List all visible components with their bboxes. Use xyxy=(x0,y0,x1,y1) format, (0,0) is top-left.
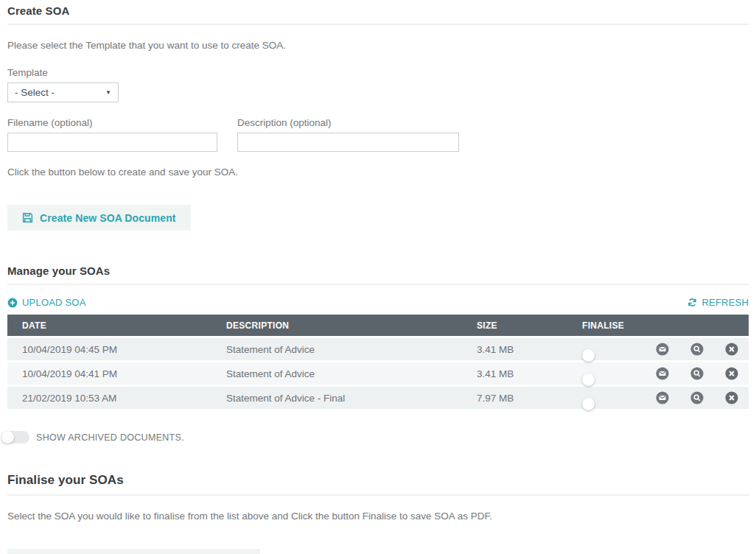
template-select[interactable]: - Select - ▼ xyxy=(7,83,119,102)
row-description: Statement of Advice xyxy=(226,368,477,379)
soa-table: DATE DESCRIPTION SIZE FINALISE 10/04/201… xyxy=(7,315,749,409)
filename-label: Filename (optional) xyxy=(7,117,217,128)
chevron-down-icon: ▼ xyxy=(105,89,111,96)
filename-field-group: Filename (optional) xyxy=(7,117,217,152)
template-select-value: - Select - xyxy=(15,87,55,98)
table-row: 10/04/2019 04:41 PM Statement of Advice … xyxy=(7,362,749,385)
create-soa-hint: Click the button below to create and sav… xyxy=(7,166,749,178)
description-label: Description (optional) xyxy=(237,117,459,128)
email-icon[interactable] xyxy=(645,343,679,356)
create-soa-intro: Please select the Template that you want… xyxy=(7,40,749,51)
preview-icon[interactable] xyxy=(679,367,714,380)
filename-input[interactable] xyxy=(7,133,217,152)
col-header-date: DATE xyxy=(7,320,226,331)
manage-soas-title: Manage your SOAs xyxy=(7,264,749,285)
show-archived-row: SHOW ARCHIVED DOCUMENTS. xyxy=(7,431,749,443)
description-field-group: Description (optional) xyxy=(237,117,459,152)
finalise-soa-button[interactable]: Finalise SOA Document and Save as PDF xyxy=(7,549,260,554)
finalise-soas-section: Finalise your SOAs Select the SOA you wo… xyxy=(7,473,749,554)
show-archived-toggle[interactable] xyxy=(1,431,29,443)
email-icon[interactable] xyxy=(645,391,679,404)
row-date: 10/04/2019 04:45 PM xyxy=(7,344,226,355)
col-header-size: SIZE xyxy=(477,320,582,331)
row-description: Statement of Advice xyxy=(226,344,477,355)
table-toolbar: UPLOAD SOA REFRESH xyxy=(7,297,749,308)
template-label: Template xyxy=(7,67,749,78)
show-archived-label: SHOW ARCHIVED DOCUMENTS. xyxy=(36,432,184,443)
upload-soa-link-label: UPLOAD SOA xyxy=(22,297,86,308)
col-header-finalise: FINALISE xyxy=(582,320,645,331)
row-size: 3.41 MB xyxy=(477,368,582,379)
delete-icon[interactable] xyxy=(714,343,749,356)
upload-soa-link[interactable]: UPLOAD SOA xyxy=(7,297,86,308)
row-size: 7.97 MB xyxy=(477,393,582,404)
description-input[interactable] xyxy=(237,133,459,152)
preview-icon[interactable] xyxy=(679,391,714,404)
row-date: 21/02/2019 10:53 AM xyxy=(7,393,226,404)
create-soa-title: Create SOA xyxy=(7,4,749,25)
delete-icon[interactable] xyxy=(714,391,749,404)
finalise-soas-title: Finalise your SOAs xyxy=(7,473,749,496)
optional-fields-row: Filename (optional) Description (optiona… xyxy=(7,117,749,152)
save-icon xyxy=(22,212,33,223)
row-description: Statement of Advice - Final xyxy=(226,393,477,404)
finalise-soas-intro: Select the SOA you would like to finalis… xyxy=(7,511,749,522)
refresh-link[interactable]: REFRESH xyxy=(687,297,749,308)
create-soa-section: Create SOA Please select the Template th… xyxy=(7,4,749,231)
delete-icon[interactable] xyxy=(714,367,749,380)
email-icon[interactable] xyxy=(645,367,679,380)
refresh-icon xyxy=(687,298,697,307)
row-date: 10/04/2019 04:41 PM xyxy=(7,368,226,379)
table-row: 21/02/2019 10:53 AM Statement of Advice … xyxy=(7,387,749,409)
row-size: 3.41 MB xyxy=(477,344,582,355)
col-header-description: DESCRIPTION xyxy=(226,320,477,331)
create-new-soa-button[interactable]: Create New SOA Document xyxy=(7,205,191,231)
soa-table-header: DATE DESCRIPTION SIZE FINALISE xyxy=(7,315,749,336)
soa-page: Create SOA Please select the Template th… xyxy=(0,0,756,554)
manage-soas-section: Manage your SOAs UPLOAD SOA xyxy=(7,264,749,443)
plus-circle-icon xyxy=(7,298,18,308)
preview-icon[interactable] xyxy=(679,343,714,356)
table-row: 10/04/2019 04:45 PM Statement of Advice … xyxy=(7,338,749,360)
create-new-soa-button-label: Create New SOA Document xyxy=(40,212,176,224)
refresh-link-label: REFRESH xyxy=(701,297,749,308)
